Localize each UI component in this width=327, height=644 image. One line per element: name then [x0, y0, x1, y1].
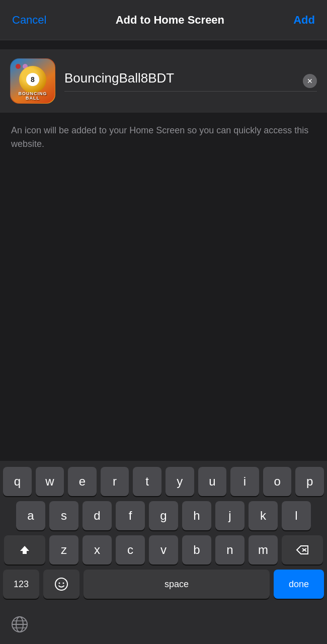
app-name-input[interactable]	[64, 70, 317, 86]
key-k[interactable]: k	[249, 501, 278, 530]
key-d[interactable]: d	[83, 501, 112, 530]
key-y[interactable]: y	[166, 467, 194, 496]
key-e[interactable]: e	[68, 467, 97, 496]
key-r[interactable]: r	[101, 467, 129, 496]
keyboard-row-3: z x c v b n m	[3, 535, 324, 565]
description-text: An icon will be added to your Home Scree…	[0, 113, 327, 162]
space-key[interactable]: space	[84, 570, 270, 599]
key-w[interactable]: w	[36, 467, 64, 496]
key-x[interactable]: x	[83, 535, 112, 565]
app-icon: 8 BOUNCINGBALL	[10, 58, 55, 104]
key-c[interactable]: c	[116, 535, 145, 565]
key-h[interactable]: h	[182, 501, 211, 530]
key-f[interactable]: f	[116, 501, 145, 530]
add-button[interactable]: Add	[293, 14, 315, 27]
bottom-bar	[0, 607, 327, 644]
key-s[interactable]: s	[49, 501, 78, 530]
key-g[interactable]: g	[149, 501, 178, 530]
key-p[interactable]: p	[295, 467, 324, 496]
clear-button[interactable]: ✕	[303, 74, 317, 88]
bouncing-ball-text: BOUNCINGBALL	[11, 92, 55, 101]
shift-key[interactable]	[4, 535, 45, 565]
key-t[interactable]: t	[133, 467, 161, 496]
app-row: 8 BOUNCINGBALL ✕	[0, 49, 327, 113]
numbers-key[interactable]: 123	[3, 570, 39, 599]
key-o[interactable]: o	[263, 467, 292, 496]
key-i[interactable]: i	[230, 467, 259, 496]
cancel-button[interactable]: Cancel	[12, 14, 46, 27]
key-u[interactable]: u	[198, 467, 227, 496]
key-l[interactable]: l	[282, 501, 311, 530]
app-name-container	[64, 70, 317, 92]
done-key[interactable]: done	[274, 570, 324, 599]
keyboard-row-4: 123 space done	[3, 570, 324, 599]
key-j[interactable]: j	[215, 501, 244, 530]
key-q[interactable]: q	[3, 467, 32, 496]
keyboard-row-1: q w e r t y u i o p	[3, 467, 324, 496]
header: Cancel Add to Home Screen Add	[0, 0, 327, 40]
dialog-title: Add to Home Screen	[116, 14, 224, 27]
key-v[interactable]: v	[149, 535, 178, 565]
key-a[interactable]: a	[16, 501, 45, 530]
key-z[interactable]: z	[49, 535, 78, 565]
svg-point-3	[59, 583, 60, 584]
emoji-key[interactable]	[43, 570, 79, 599]
svg-point-4	[63, 583, 64, 584]
key-b[interactable]: b	[182, 535, 211, 565]
keyboard: q w e r t y u i o p a s d f g h j k l	[0, 461, 327, 644]
globe-button[interactable]	[5, 610, 34, 639]
ball-icon: 8	[19, 66, 46, 93]
key-m[interactable]: m	[249, 535, 278, 565]
key-n[interactable]: n	[215, 535, 244, 565]
delete-key[interactable]	[282, 535, 323, 565]
svg-point-2	[55, 578, 67, 590]
keyboard-row-2: a s d f g h j k l	[3, 501, 324, 530]
